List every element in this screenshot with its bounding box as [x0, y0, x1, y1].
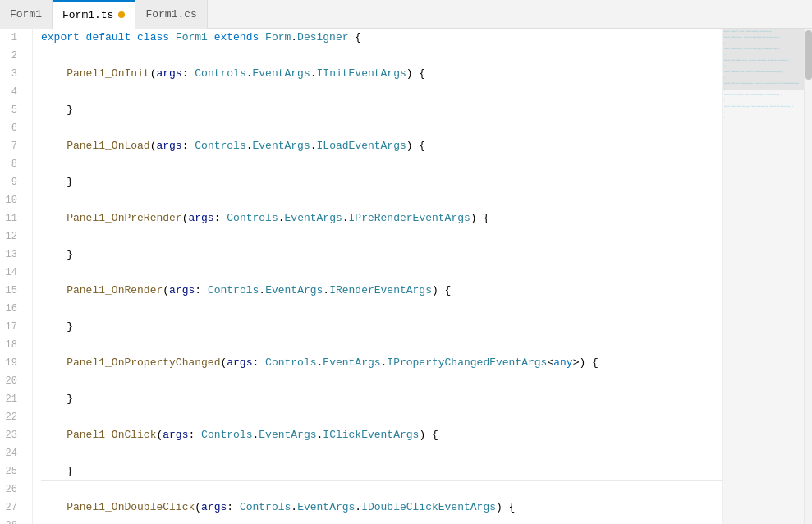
- line-number: 25: [0, 462, 24, 480]
- line-number: 20: [0, 372, 24, 390]
- token-fn: Panel1_OnRender: [67, 282, 163, 300]
- code-line: [41, 47, 722, 65]
- token-type: Controls: [195, 137, 245, 155]
- token-type: Controls: [208, 282, 259, 300]
- token-type: Controls: [265, 354, 316, 372]
- token-punct: }: [41, 246, 73, 264]
- token-type: EventArgs: [285, 209, 342, 228]
- code-line: [41, 155, 722, 173]
- token-type: IPropertyChangedEventArgs: [387, 354, 547, 372]
- tab-label: Form1: [10, 8, 42, 21]
- code-line: [41, 336, 722, 354]
- token-kw: class: [137, 29, 176, 47]
- code-line: Panel1_OnClick(args: Controls.EventArgs.…: [41, 426, 722, 444]
- code-line: [41, 444, 722, 462]
- token-type: IInitEventArgs: [317, 65, 406, 83]
- token-type: EventArgs: [265, 282, 323, 300]
- token-punct: .: [317, 426, 323, 444]
- token-punct: }: [41, 390, 73, 408]
- tab-modified-dot: [118, 11, 125, 18]
- token-punct: }: [41, 101, 73, 119]
- code-line: [41, 191, 722, 209]
- minimap-scrollbar[interactable]: [804, 29, 812, 524]
- token-punct: .: [259, 282, 265, 300]
- token-param: args: [169, 282, 195, 300]
- token-punct: ) {: [406, 65, 425, 83]
- token-type: EventArgs: [253, 65, 310, 83]
- tab-label: Form1.ts: [62, 9, 113, 21]
- token-type: IPreRenderEventArgs: [349, 209, 470, 228]
- token-type: Controls: [240, 499, 291, 517]
- editor-container: 1234567891011121314151617181920212223242…: [0, 29, 812, 524]
- line-number: 8: [0, 155, 24, 173]
- token-punct: (: [182, 209, 189, 228]
- token-type: EventArgs: [253, 137, 310, 155]
- code-line: Panel1_OnInit(args: Controls.EventArgs.I…: [41, 65, 722, 83]
- token-punct: :: [252, 354, 265, 372]
- minimap-line: }: [724, 117, 810, 120]
- token-param: args: [156, 137, 181, 155]
- scrollbar-thumb[interactable]: [805, 30, 812, 80]
- tab-form1-ts[interactable]: Form1.ts: [53, 0, 135, 29]
- token-cl: Form: [265, 29, 291, 47]
- code-line: Panel1_OnRender(args: Controls.EventArgs…: [41, 282, 722, 300]
- token-punct: :: [182, 65, 195, 83]
- line-number: 14: [0, 264, 24, 282]
- token-punct: .: [317, 354, 323, 372]
- code-area[interactable]: export default class Form1 extends Form.…: [33, 29, 722, 524]
- token-type: Controls: [201, 426, 252, 444]
- code-line: export default class Form1 extends Form.…: [41, 29, 722, 47]
- code-line: [41, 83, 722, 101]
- code-line: }: [41, 101, 722, 119]
- token-fn: Panel1_OnClick: [67, 426, 156, 444]
- token-param: args: [163, 426, 188, 444]
- code-line: }: [41, 390, 722, 408]
- token-type: EventArgs: [323, 354, 380, 372]
- token-param: args: [201, 499, 227, 517]
- token-punct: .: [253, 426, 259, 444]
- line-number: 24: [0, 444, 24, 462]
- token-type: EventArgs: [259, 426, 316, 444]
- line-number: 9: [0, 173, 24, 191]
- line-number: 3: [0, 65, 24, 83]
- token-fn: Panel1_OnPropertyChanged: [67, 354, 220, 372]
- token-punct: {: [349, 29, 362, 47]
- token-plain: [41, 499, 67, 517]
- token-kw: extends: [214, 29, 265, 47]
- code-line: [41, 300, 722, 318]
- token-type: IClickEventArgs: [323, 426, 419, 444]
- token-plain: [41, 426, 67, 444]
- minimap[interactable]: export default class Form1 extends Form.…: [722, 29, 812, 524]
- line-number: 21: [0, 390, 24, 408]
- line-number: 2: [0, 47, 24, 65]
- token-plain: [41, 65, 67, 83]
- token-punct: >) {: [573, 354, 599, 372]
- token-kw: default: [86, 29, 137, 47]
- token-type: EventArgs: [297, 499, 355, 517]
- token-punct: :: [195, 282, 208, 300]
- token-punct: .: [310, 137, 317, 155]
- token-punct: ) {: [496, 499, 515, 517]
- tab-form1-cs[interactable]: Form1.cs: [135, 0, 207, 29]
- line-number: 17: [0, 318, 24, 336]
- code-line: [41, 264, 722, 282]
- line-number: 5: [0, 101, 24, 119]
- token-punct: .: [355, 499, 361, 517]
- token-kw: export: [41, 29, 86, 47]
- line-number: 18: [0, 336, 24, 354]
- token-fn: Panel1_OnPreRender: [67, 209, 181, 228]
- token-punct: .: [291, 499, 297, 517]
- token-punct: ) {: [470, 209, 489, 228]
- token-param: args: [156, 65, 181, 83]
- token-punct: ) {: [432, 282, 451, 300]
- line-number: 7: [0, 137, 24, 155]
- code-line: }: [41, 462, 722, 480]
- tab-form1[interactable]: Form1: [0, 0, 53, 29]
- token-cl: Form1: [176, 29, 214, 47]
- code-line: }: [41, 173, 722, 191]
- line-number: 15: [0, 282, 24, 300]
- line-number: 4: [0, 83, 24, 101]
- line-number: 28: [0, 517, 24, 524]
- code-line: }: [41, 246, 722, 264]
- line-number: 12: [0, 228, 24, 246]
